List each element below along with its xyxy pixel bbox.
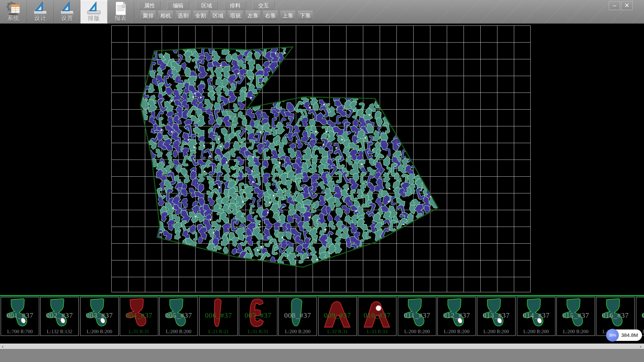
close-button[interactable]: ✕	[621, 1, 633, 10]
nested-piece[interactable]	[181, 198, 188, 207]
nested-piece[interactable]	[206, 67, 215, 78]
app-window: { "window": {"minimize_glyph": "–", "clo…	[0, 0, 644, 362]
nested-piece[interactable]	[401, 149, 408, 159]
horizontal-scrollbar[interactable]: ‹ ›	[0, 344, 644, 349]
memory-badge: 38% 384.8M	[607, 329, 642, 341]
part-lr-count: L:21 R:21	[200, 329, 237, 335]
nested-piece[interactable]	[335, 171, 342, 183]
tab-row: 属性编辑区域排料交互	[139, 1, 275, 9]
tool-button-2[interactable]: 相机	[158, 11, 173, 20]
module-label: 报表	[107, 14, 134, 22]
nested-piece[interactable]	[198, 140, 207, 152]
part-name: 006_#37	[200, 311, 237, 320]
nested-piece[interactable]	[382, 172, 391, 183]
part-thumbnail-11[interactable]: 011_#37L:200 R:200	[398, 297, 436, 336]
part-thumbnail-2[interactable]: 002_#37L:132 R:132	[40, 297, 79, 336]
part-thumbnail-8[interactable]: 008_#37L:200 R:200	[278, 297, 317, 336]
nested-piece[interactable]	[165, 151, 172, 161]
nested-piece[interactable]	[213, 66, 224, 79]
nested-piece[interactable]	[223, 141, 231, 150]
tool-button-5[interactable]: 区域	[210, 11, 226, 20]
module-2[interactable]: 设计	[27, 0, 54, 23]
tool-button-1[interactable]: 聚排	[141, 11, 156, 20]
module-separator	[134, 1, 134, 22]
tool-button-8[interactable]: 右靠	[263, 11, 278, 20]
module-1[interactable]: 系统	[0, 0, 27, 23]
nested-piece[interactable]	[310, 246, 317, 256]
tool-button-6[interactable]: 瑕疵	[228, 11, 243, 20]
module-5[interactable]: 报表	[107, 0, 134, 23]
tool-button-4[interactable]: 全割	[193, 11, 208, 20]
part-thumbnail-6[interactable]: 006_#37L:21 R:21	[199, 297, 238, 336]
tool-button-3[interactable]: 选割	[175, 11, 191, 20]
part-thumbnail-13[interactable]: 013_#37L:200 R:200	[477, 297, 516, 336]
part-lr-count: L:200 R:200	[80, 329, 118, 335]
nested-piece[interactable]	[285, 116, 294, 126]
nested-piece[interactable]	[376, 117, 383, 127]
nested-piece[interactable]	[375, 197, 382, 207]
part-thumbnail-14[interactable]: 014_#37L:200 R:200	[517, 297, 555, 336]
nested-piece[interactable]	[173, 150, 178, 158]
nested-piece[interactable]	[336, 115, 341, 125]
nested-piece[interactable]	[262, 131, 271, 143]
module-label: 设置	[54, 14, 80, 22]
menu-tab-1[interactable]: 属性	[139, 1, 161, 9]
nested-piece[interactable]	[366, 229, 372, 239]
parts-separator	[0, 295, 644, 296]
scroll-left-icon[interactable]: ‹	[0, 344, 5, 349]
nested-piece[interactable]	[228, 90, 237, 103]
tool-button-10[interactable]: 下靠	[298, 11, 313, 20]
nested-piece[interactable]	[140, 110, 148, 120]
nested-piece[interactable]	[158, 117, 165, 127]
part-thumbnail-3[interactable]: 003_#37L:200 R:200	[80, 297, 119, 336]
memory-value: 384.8M	[621, 329, 638, 341]
nested-piece[interactable]	[248, 139, 255, 150]
part-lr-count: L:132 R:132	[41, 329, 78, 335]
nested-piece[interactable]	[385, 148, 391, 157]
nested-piece[interactable]	[173, 230, 183, 241]
part-name: 010_#37	[358, 311, 396, 320]
scroll-right-icon[interactable]: ›	[638, 344, 643, 349]
nested-piece[interactable]	[249, 204, 256, 214]
nested-piece[interactable]	[182, 155, 191, 167]
parts-panel: 001_#37L:700 R:700002_#37L:132 R:132003_…	[0, 297, 644, 337]
design-icon	[59, 1, 75, 16]
module-3[interactable]: 设置	[54, 0, 80, 23]
nested-piece[interactable]	[360, 172, 367, 184]
menu-tab-4[interactable]: 排料	[224, 1, 246, 9]
part-thumbnail-10[interactable]: 010_#37L:33 R:33	[358, 297, 396, 336]
tool-button-9[interactable]: 上靠	[280, 11, 296, 20]
nested-piece[interactable]	[192, 231, 198, 241]
design-icon	[86, 1, 102, 16]
part-thumbnail-12[interactable]: 012_#37L:200 R:200	[437, 297, 476, 336]
part-thumbnail-15[interactable]: 015_#37L:200 R:200	[556, 297, 595, 336]
nested-piece[interactable]	[198, 65, 209, 79]
part-thumbnail-1[interactable]: 001_#37L:700 R:700	[1, 297, 39, 336]
module-label: 设计	[27, 14, 54, 22]
nested-hide[interactable]	[111, 25, 531, 292]
nested-piece[interactable]	[208, 163, 216, 175]
nested-piece[interactable]	[155, 148, 163, 158]
part-thumbnail-4[interactable]: 004_#37L:31 R:31	[120, 297, 158, 336]
nested-piece[interactable]	[222, 246, 229, 254]
menu-tab-5[interactable]: 交互	[253, 1, 275, 9]
part-name: 011_#37	[398, 311, 436, 320]
nested-piece[interactable]	[209, 142, 215, 151]
part-thumbnail-5[interactable]: 005_#37L:200 R:200	[159, 297, 198, 336]
nested-piece[interactable]	[157, 132, 164, 141]
nested-piece[interactable]	[350, 222, 358, 233]
menu-tab-3[interactable]: 区域	[196, 1, 218, 9]
nested-piece[interactable]	[206, 243, 216, 255]
tool-button-7[interactable]: 左靠	[245, 11, 261, 20]
nested-piece[interactable]	[327, 221, 336, 231]
nested-piece[interactable]	[275, 122, 286, 135]
nested-piece[interactable]	[198, 237, 203, 244]
part-thumbnail-9[interactable]: 009_#37L:32 R:31	[318, 297, 357, 336]
main-toolbar: 系统设计设置排版报表 属性编辑区域排料交互 聚排相机选割全割区域瑕疵左靠右靠上靠…	[0, 0, 644, 24]
part-thumbnail-7[interactable]: 007_#37L:31 R:31	[239, 297, 277, 336]
minimize-button[interactable]: –	[609, 1, 620, 10]
menu-tab-2[interactable]: 编辑	[167, 1, 189, 9]
nested-piece[interactable]	[262, 148, 270, 160]
nested-piece[interactable]	[222, 115, 231, 127]
module-4[interactable]: 排版	[80, 0, 107, 23]
